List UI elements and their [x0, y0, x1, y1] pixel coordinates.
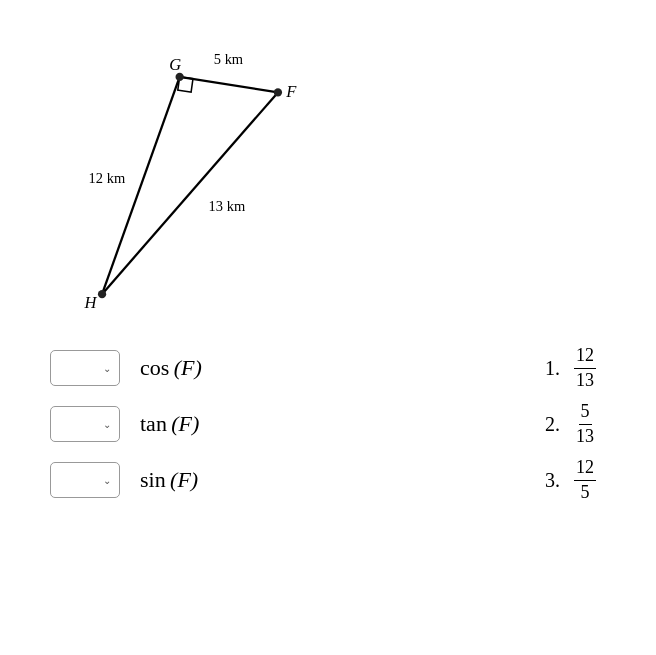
triangle-svg: G F H 5 km 12 km 13 km: [40, 20, 340, 320]
fraction-1: 12 13: [574, 344, 596, 392]
fraction-2-numerator: 5: [579, 400, 592, 424]
side-label-GH: 12 km: [89, 170, 126, 186]
dropdown-3[interactable]: ⌄: [50, 462, 120, 498]
fraction-3-numerator: 12: [574, 456, 596, 480]
label-H: H: [83, 293, 97, 312]
answer-number-2: 2.: [545, 413, 560, 436]
fraction-3-denominator: 5: [579, 481, 592, 504]
triangle-diagram: G F H 5 km 12 km 13 km: [40, 20, 340, 320]
main-container: G F H 5 km 12 km 13 km ⌄ cos (F) 1. 12: [0, 0, 656, 655]
fraction-3: 12 5: [574, 456, 596, 504]
vertex-F: [274, 88, 282, 96]
dropdown-2-arrow: ⌄: [103, 419, 111, 430]
dropdown-2[interactable]: ⌄: [50, 406, 120, 442]
answer-2: 2. 5 13: [545, 400, 596, 448]
function-label-1: cos (F): [140, 355, 202, 381]
fraction-2: 5 13: [574, 400, 596, 448]
match-row-1: ⌄ cos (F) 1. 12 13: [0, 340, 656, 396]
match-row-2: ⌄ tan (F) 2. 5 13: [0, 396, 656, 452]
fraction-1-numerator: 12: [574, 344, 596, 368]
dropdown-1[interactable]: ⌄: [50, 350, 120, 386]
vertex-G: [176, 73, 184, 81]
answer-3: 3. 12 5: [545, 456, 596, 504]
svg-line-1: [180, 77, 278, 93]
function-label-3: sin (F): [140, 467, 198, 493]
side-label-HF: 13 km: [209, 198, 246, 214]
answer-number-3: 3.: [545, 469, 560, 492]
dropdown-3-arrow: ⌄: [103, 475, 111, 486]
label-F: F: [285, 82, 297, 101]
function-label-2: tan (F): [140, 411, 199, 437]
fraction-1-denominator: 13: [574, 369, 596, 392]
dropdown-1-arrow: ⌄: [103, 363, 111, 374]
answer-1: 1. 12 13: [545, 344, 596, 392]
label-G: G: [169, 55, 181, 74]
vertex-H: [98, 290, 106, 298]
answer-number-1: 1.: [545, 357, 560, 380]
side-label-GF: 5 km: [214, 51, 244, 67]
svg-line-2: [102, 92, 278, 294]
match-row-3: ⌄ sin (F) 3. 12 5: [0, 452, 656, 508]
matching-section: ⌄ cos (F) 1. 12 13 ⌄ tan (F): [0, 340, 656, 508]
fraction-2-denominator: 13: [574, 425, 596, 448]
